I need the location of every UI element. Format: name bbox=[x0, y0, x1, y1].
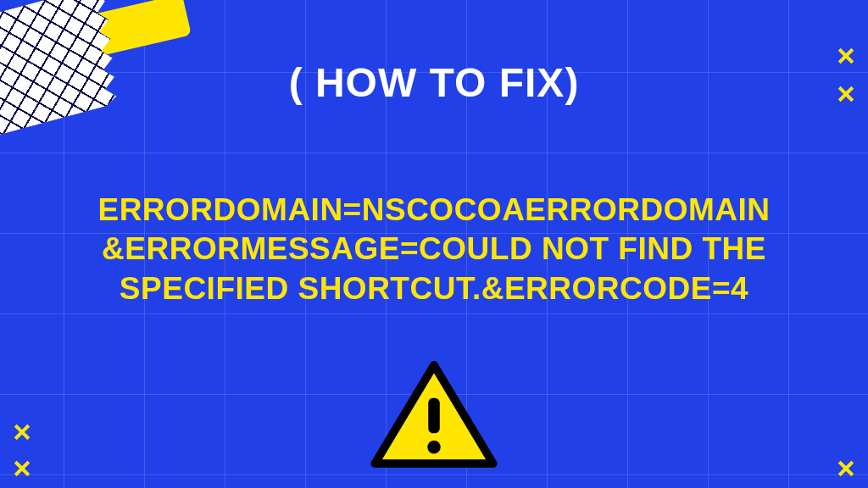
x-decoration-icon bbox=[837, 47, 855, 65]
x-decoration-icon bbox=[13, 459, 31, 478]
page-heading: ( HOW TO FIX) bbox=[289, 59, 580, 106]
x-decoration-icon bbox=[837, 85, 855, 103]
warning-icon bbox=[369, 357, 500, 475]
x-decoration-icon bbox=[13, 423, 31, 441]
x-decoration-icon bbox=[837, 459, 855, 478]
error-message-text: ERRORDOMAIN=NSCOCOAERRORDOMAIN &ERRORMES… bbox=[35, 191, 833, 308]
svg-rect-1 bbox=[428, 398, 440, 434]
svg-point-2 bbox=[427, 441, 441, 454]
